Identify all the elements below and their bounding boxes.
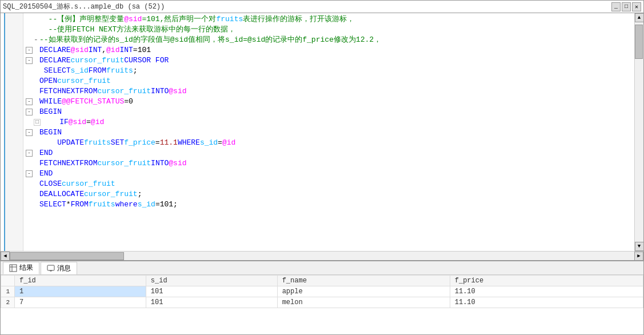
line-2-text: --使用FETCH NEXT方法来获取游标中的每一行的数据， (39, 25, 235, 35)
fold-12[interactable]: - (26, 129, 33, 136)
results-content[interactable]: f_id s_id f_name f_price 1 1 101 apple 1… (1, 275, 643, 334)
fold-5[interactable]: - (26, 57, 33, 64)
scrollbar-track[interactable] (10, 252, 634, 260)
ln-15 (5, 158, 23, 169)
ln-8 (5, 86, 23, 97)
svg-rect-3 (47, 265, 54, 270)
fold-11[interactable]: □ (34, 119, 41, 126)
main-container: --【例】声明整型变量@sid=101,然后声明一个对fruits表进行操作的游… (0, 13, 644, 335)
col-fname: f_name (277, 276, 450, 286)
code-line-14: - END (26, 148, 632, 158)
scrollbar-thumb[interactable] (635, 25, 643, 59)
title-bar: SQL_20150504_游标.s...ample_db (sa (52)) _… (0, 0, 644, 13)
ln-9 (5, 97, 23, 107)
code-line-6: SELECT s_id FROM fruits; (26, 66, 632, 76)
code-content[interactable]: --【例】声明整型变量@sid=101,然后声明一个对fruits表进行操作的游… (23, 13, 634, 251)
ln-6 (5, 66, 23, 76)
code-line-15: FETCH NEXT FROM cursor_fruit INTO @sid (26, 158, 632, 169)
tab-messages[interactable]: 消息 (41, 262, 77, 274)
tab-results[interactable]: 结果 (3, 262, 39, 274)
code-line-3: - --如果获取到的记录的s_id的字段值与@sid值相同，将s_id=@sid… (26, 35, 632, 45)
row-2-sid[interactable]: 101 (146, 297, 277, 308)
fold-10[interactable]: - (26, 109, 33, 115)
code-line-17: CLOSE cursor_fruit (26, 179, 632, 189)
left-gutter (1, 13, 5, 251)
code-line-9: - WHILE @@FETCH_STATUS=0 (26, 97, 632, 107)
ln-3 (5, 35, 23, 45)
row-1-fname[interactable]: apple (277, 286, 450, 297)
scrollbar-down-button[interactable]: ▼ (635, 242, 644, 251)
code-line-8: FETCH NEXT FROM cursor_fruit INTO @sid (26, 86, 632, 97)
ln-11 (5, 117, 23, 127)
line-3-text: --如果获取到的记录的s_id的字段值与@sid值相同，将s_id=@sid的记… (39, 35, 381, 45)
ln-17 (5, 179, 23, 189)
ln-7 (5, 76, 23, 86)
row-2-fname[interactable]: melon (277, 297, 450, 308)
fold-9[interactable]: - (26, 98, 33, 105)
row-1-num: 1 (1, 286, 15, 297)
ln-18 (5, 189, 23, 200)
fold-14[interactable]: - (26, 150, 33, 157)
code-line-5: - DECLARE cursor_fruit CURSOR FOR (26, 55, 632, 66)
line-numbers (5, 13, 23, 251)
code-line-7: OPEN cursor_fruit (26, 76, 632, 86)
row-2-fid[interactable]: 7 (15, 297, 146, 308)
ln-13 (5, 138, 23, 148)
ln-4 (5, 45, 23, 55)
row-2-fprice[interactable]: 11.10 (450, 297, 643, 308)
minimize-button[interactable]: _ (611, 2, 621, 11)
tab-results-label: 结果 (19, 263, 33, 273)
row-1-sid[interactable]: 101 (146, 286, 277, 297)
code-line-16: - END (26, 169, 632, 179)
code-line-2: --使用FETCH NEXT方法来获取游标中的每一行的数据， (26, 25, 632, 35)
code-line-12: - BEGIN (26, 127, 632, 138)
col-sid: s_id (146, 276, 277, 286)
scrollbar-h-thumb[interactable] (10, 252, 124, 260)
code-line-18: DEALLOCATE cursor_fruit; (26, 189, 632, 200)
col-rownum (1, 276, 15, 286)
line-1-text: --【例】声明整型变量@sid=101,然后声明一个对fruits表进行操作的游… (39, 14, 354, 25)
close-button[interactable]: ✕ (632, 2, 641, 11)
code-editor: --【例】声明整型变量@sid=101,然后声明一个对fruits表进行操作的游… (1, 13, 643, 251)
ln-14 (5, 148, 23, 158)
row-2-num: 2 (1, 297, 15, 308)
line-3-marker: - (34, 35, 39, 45)
fold-16[interactable]: - (26, 170, 33, 177)
table-row-1[interactable]: 1 1 101 apple 11.10 (1, 286, 643, 297)
row-1-fid[interactable]: 1 (15, 286, 146, 297)
ln-16 (5, 169, 23, 179)
scrollbar-up-button[interactable]: ▲ (635, 13, 644, 22)
table-row-2[interactable]: 2 7 101 melon 11.10 (1, 297, 643, 308)
horizontal-scrollbar[interactable]: ◀ ▶ (1, 251, 643, 260)
scrollbar-left-button[interactable]: ◀ (1, 252, 10, 261)
code-line-13: UPDATE fruits SET f_price=11.1 WHERE s_i… (26, 138, 632, 148)
code-line-1: --【例】声明整型变量@sid=101,然后声明一个对fruits表进行操作的游… (26, 14, 632, 25)
table-icon (9, 264, 17, 272)
svg-rect-0 (10, 265, 17, 272)
col-fid: f_id (15, 276, 146, 286)
results-panel: 结果 消息 f_id s_id f_ (1, 260, 643, 334)
ln-10 (5, 107, 23, 117)
scrollbar-right-button[interactable]: ▶ (634, 252, 643, 261)
code-line-19: SELECT * FROM fruits where s_id=101; (26, 200, 632, 210)
ln-5 (5, 55, 23, 66)
ln-1 (5, 14, 23, 25)
tab-messages-label: 消息 (57, 264, 71, 273)
code-line-11: □ IF @sid=@id (26, 117, 632, 127)
svg-marker-4 (49, 270, 53, 272)
ln-19 (5, 200, 23, 210)
row-1-fprice[interactable]: 11.10 (450, 286, 643, 297)
code-line-10: - BEGIN (26, 107, 632, 117)
fold-4[interactable]: - (26, 47, 33, 54)
window-controls: _ □ ✕ (611, 2, 641, 11)
message-icon (47, 264, 55, 272)
window-title: SQL_20150504_游标.s...ample_db (sa (52)) (3, 2, 165, 11)
ln-2 (5, 25, 23, 35)
vertical-scrollbar[interactable]: ▲ ▼ (634, 13, 643, 251)
results-table: f_id s_id f_name f_price 1 1 101 apple 1… (1, 275, 643, 308)
code-line-4: - DECLARE @sid INT,@id INT =101 (26, 45, 632, 55)
ln-12 (5, 127, 23, 138)
maximize-button[interactable]: □ (622, 2, 631, 11)
col-fprice: f_price (450, 276, 643, 286)
results-tabs: 结果 消息 (1, 261, 643, 275)
